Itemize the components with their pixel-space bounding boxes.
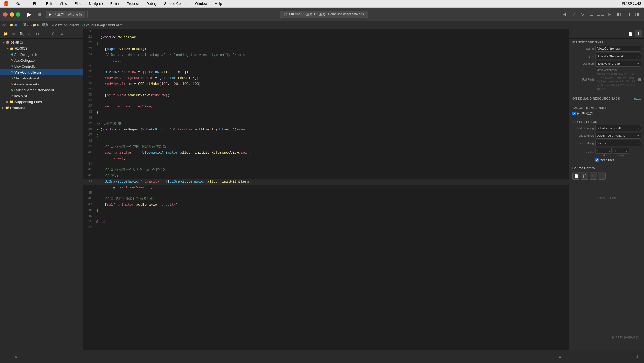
code-line: 32 self.redView = redView; — [83, 104, 569, 110]
apple-menu[interactable]: 🍎 — [3, 1, 9, 6]
inspector-toolbar: 📄 ℹ — [569, 29, 644, 39]
breadcrumb-file[interactable]: M ViewController.m — [52, 23, 79, 27]
menubar-product[interactable]: Product — [125, 1, 141, 6]
sidebar-search-icon[interactable]: 🔍 — [18, 31, 25, 37]
menubar-help[interactable]: Help — [213, 1, 224, 6]
code-editor[interactable]: 20 21 - (void)viewDidLoad 22 { 23 [super… — [83, 29, 569, 350]
code-line: 22 { — [83, 40, 569, 46]
tree-supporting-files[interactable]: ▶ 📁 Supporting Files — [0, 99, 83, 105]
stop-button[interactable]: ■ — [35, 10, 44, 19]
tree-viewcontroller-h[interactable]: H ViewController.h — [0, 63, 83, 69]
tree-assets[interactable]: A Assets.xcassets — [0, 81, 83, 87]
fullpath-row: Full Path ViewController.m /Users/sen/De… — [572, 68, 641, 91]
sidebar-git-icon[interactable]: ⬦ — [42, 31, 49, 37]
tree-appdelegate-m[interactable]: M AppDelegate.m — [0, 57, 83, 63]
breadcrumb-symbol[interactable]: ⬡ -touchesBegan:withEvent: — [82, 23, 123, 27]
tree-info-plist[interactable]: P Info.plist — [0, 93, 83, 99]
text-encoding-row: Text Encoding Default - Unicode (UT... ▼ — [572, 125, 641, 131]
code-line: 30 [self.view addSubview:redView]; — [83, 92, 569, 98]
bottom-left: + ⟲ — [3, 353, 19, 361]
tree-launchscreen[interactable]: S LaunchScreen.storyboard — [0, 87, 83, 93]
breadcrumb-group[interactable]: 📁 01-重力 — [33, 23, 48, 27]
menubar-file[interactable]: File — [31, 1, 40, 6]
inspector-toggle[interactable]: ◨ — [633, 11, 641, 18]
inspector-file-tab[interactable]: 📄 — [627, 30, 634, 37]
breadcrumb-root[interactable]: 🔷 01-重力 — [14, 23, 30, 27]
inspector-bottom-back[interactable]: ↺ — [633, 353, 641, 361]
source-control-section: Source Control 📄 { } ⊙ ⊟ No Matches — [569, 164, 644, 207]
close-button[interactable] — [3, 12, 8, 17]
menubar-source-control[interactable]: Source Control — [163, 1, 189, 6]
sidebar-filter-icon[interactable]: ⊘ — [34, 31, 41, 37]
menubar-navigate[interactable]: Navigate — [87, 1, 104, 6]
inspector-identity-tab[interactable]: ℹ — [635, 30, 642, 37]
on-demand-section: On Demand Resource Tags Show — [569, 95, 644, 104]
code-line: 25 — [83, 64, 569, 69]
type-value[interactable]: Default - Objective-C... ▼ — [595, 53, 641, 59]
menubar-right: 周五09:15:43 — [622, 1, 641, 6]
indent-using-label: Indent Using — [572, 142, 594, 145]
navigator-toggle[interactable]: ◧ — [615, 11, 623, 18]
inspector-bottom-grid[interactable]: ⊞ — [624, 353, 632, 361]
text-encoding-value[interactable]: Default - Unicode (UT... ▼ — [595, 125, 641, 131]
show-button[interactable]: Show — [633, 98, 641, 101]
menubar-xcode[interactable]: Xcode — [14, 1, 27, 6]
tree-products[interactable]: ▶ 📁 Products — [0, 105, 83, 111]
minimize-button[interactable] — [10, 12, 14, 17]
sidebar-warning-icon[interactable]: ⚠ — [26, 31, 33, 37]
tree-viewcontroller-m[interactable]: M ViewController.m — [0, 69, 83, 75]
menubar-view[interactable]: View — [58, 1, 69, 6]
forward-button[interactable]: ▷ — [579, 11, 586, 18]
name-label: Name — [572, 47, 594, 50]
sidebar-breakpoint-icon[interactable]: ⬡ — [50, 31, 57, 37]
group-icon: 📁 — [10, 47, 14, 50]
add-file-button[interactable]: + — [3, 353, 11, 361]
run-button[interactable]: ▶ — [25, 10, 33, 19]
history-button[interactable]: ⟲ — [12, 353, 19, 361]
tab-width-input[interactable]: 4 ▲ ▼ — [595, 148, 612, 154]
sc-file-btn[interactable]: 📄 — [572, 172, 580, 180]
location-value[interactable]: Relative to Group ▼ — [595, 61, 641, 67]
list-view-button[interactable]: ≡ — [556, 353, 564, 361]
target-membership-title: Target Membership — [572, 106, 641, 110]
file-icon-h2: H — [11, 64, 13, 68]
sidebar-folder-icon[interactable]: 📁 — [2, 31, 9, 37]
fullscreen-button[interactable] — [16, 12, 20, 17]
sc-history-btn[interactable]: ⊙ — [590, 172, 597, 180]
scheme-selector[interactable]: ▶ 01-重力 › iPhone 6s — [46, 11, 85, 18]
sidebar-toggle-button[interactable]: ⊞ — [560, 11, 568, 18]
menubar-find[interactable]: Find — [73, 1, 83, 6]
reveal-in-finder-button[interactable]: ⊞ — [638, 78, 641, 81]
sidebar-report-icon[interactable]: ≡ — [58, 31, 65, 37]
sc-diff-btn[interactable]: { } — [581, 172, 588, 180]
tree-group-main[interactable]: ▼ 📁 01-重力 — [0, 46, 83, 52]
layout-split-button[interactable]: ▭▭ — [597, 11, 604, 18]
sc-blame-btn[interactable]: ⊟ — [598, 172, 606, 180]
menubar-debug[interactable]: Debug — [145, 1, 158, 6]
file-icon-storyboard: S — [11, 76, 13, 80]
layout-triple-button[interactable]: ⊟ — [606, 11, 613, 18]
tree-appdelegate-h[interactable]: H AppDelegate.h — [0, 52, 83, 57]
indent-using-value[interactable]: Spaces ▼ — [595, 140, 641, 146]
layout-single-button[interactable]: ▭ — [588, 11, 595, 18]
code-line: 34 — [83, 115, 569, 121]
indent-width-input[interactable]: 4 ▲ ▼ — [613, 148, 629, 154]
sidebar-add-icon[interactable]: ⊞ — [10, 31, 17, 37]
name-value[interactable]: ViewController.m — [595, 46, 641, 52]
tree-file-label-selected: ViewController.m — [14, 70, 41, 74]
debug-toggle[interactable]: ⊡ — [624, 11, 632, 18]
wrap-lines-checkbox[interactable] — [595, 158, 599, 162]
target-checkbox[interactable] — [572, 112, 576, 115]
back-button[interactable]: ◁ — [569, 11, 577, 18]
sidebar: 📁 ⊞ 🔍 ⚠ ⊘ ⬦ ⬡ ≡ ▼ 📦 01-重力 ▼ 📁 01-重力 — [0, 29, 83, 350]
toolbar: ▶ ■ ▶ 01-重力 › iPhone 6s Building 01-重力: … — [0, 8, 644, 21]
tree-main-storyboard[interactable]: S Main.storyboard — [0, 75, 83, 81]
menubar-edit[interactable]: Edit — [45, 1, 54, 6]
grid-view-button[interactable]: ⊞ — [547, 353, 555, 361]
line-endings-value[interactable]: Default - OS X / Unix (LF ▼ — [595, 133, 641, 139]
menubar-editor[interactable]: Editor — [109, 1, 121, 6]
wrap-lines-label: Wrap lines — [600, 158, 614, 162]
tree-file-label: AppDelegate.h — [14, 53, 37, 57]
tree-root[interactable]: ▼ 📦 01-重力 — [0, 40, 83, 46]
menubar-window[interactable]: Window — [193, 1, 209, 6]
